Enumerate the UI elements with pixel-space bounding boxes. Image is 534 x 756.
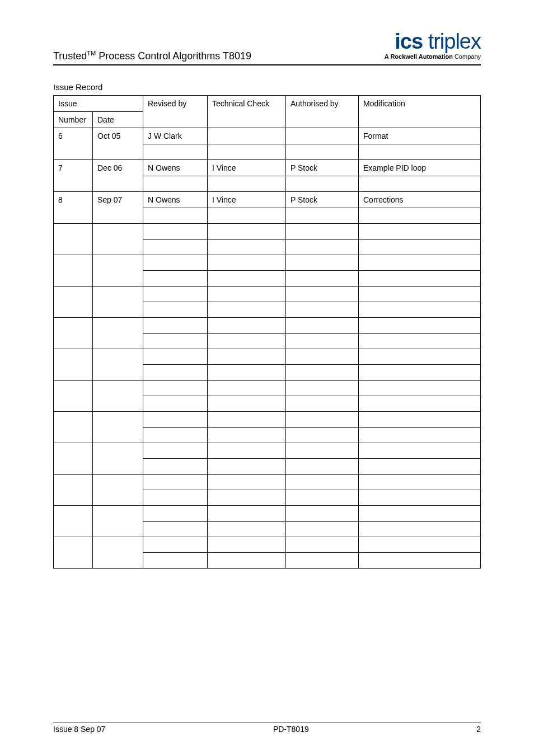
- cell-empty: [286, 428, 359, 443]
- cell-date: [93, 349, 143, 381]
- column-header-revised: Revised by: [143, 96, 208, 128]
- issue-group-header: Issue: [54, 96, 143, 112]
- column-header-tech: Technical Check: [208, 96, 286, 128]
- cell-date: [93, 224, 143, 255]
- column-header-number: Number: [54, 112, 93, 128]
- cell-revised: [143, 506, 208, 522]
- table-row: 7Dec 06N OwensI VinceP StockExample PID …: [54, 160, 481, 176]
- cell-empty: [143, 553, 208, 569]
- cell-date: [93, 506, 143, 537]
- cell-mod: [359, 475, 481, 490]
- cell-revised: [143, 287, 208, 302]
- cell-empty: [286, 240, 359, 255]
- cell-empty: [286, 334, 359, 349]
- cell-empty: [143, 522, 208, 537]
- cell-auth: [286, 506, 359, 522]
- cell-revised: [143, 224, 208, 240]
- title-prefix: Trusted: [53, 50, 87, 62]
- cell-tech: [208, 537, 286, 553]
- cell-date: [93, 443, 143, 475]
- cell-auth: [286, 255, 359, 271]
- cell-number: [54, 224, 93, 255]
- cell-empty: [359, 144, 481, 160]
- cell-tech: [208, 349, 286, 365]
- cell-number: [54, 506, 93, 537]
- cell-mod: [359, 287, 481, 302]
- cell-mod: [359, 506, 481, 522]
- cell-date: [93, 412, 143, 443]
- cell-revised: [143, 255, 208, 271]
- cell-number: [54, 412, 93, 443]
- cell-empty: [286, 144, 359, 160]
- page-footer: Issue 8 Sep 07 PD-T8019 2: [53, 722, 481, 734]
- title-superscript: TM: [87, 50, 96, 57]
- document-title: TrustedTM Process Control Algorithms T80…: [53, 50, 251, 62]
- cell-auth: [286, 412, 359, 428]
- table-row: [54, 224, 481, 240]
- cell-empty: [143, 144, 208, 160]
- table-row: 6Oct 05J W ClarkFormat: [54, 128, 481, 144]
- cell-empty: [359, 459, 481, 475]
- footer-right: 2: [476, 725, 481, 734]
- cell-empty: [143, 490, 208, 506]
- cell-empty: [143, 365, 208, 381]
- cell-mod: [359, 224, 481, 240]
- cell-empty: [143, 334, 208, 349]
- cell-empty: [286, 271, 359, 287]
- cell-empty: [208, 240, 286, 255]
- cell-empty: [359, 208, 481, 224]
- table-row: [54, 255, 481, 271]
- table-row: [54, 318, 481, 334]
- cell-empty: [208, 365, 286, 381]
- cell-auth: P Stock: [286, 192, 359, 208]
- cell-mod: [359, 381, 481, 396]
- cell-empty: [208, 144, 286, 160]
- cell-tech: [208, 255, 286, 271]
- cell-auth: [286, 443, 359, 459]
- cell-mod: Corrections: [359, 192, 481, 208]
- cell-empty: [359, 365, 481, 381]
- cell-empty: [143, 208, 208, 224]
- cell-date: [93, 475, 143, 506]
- logo-block: ics triplex A Rockwell Automation Compan…: [385, 31, 481, 60]
- cell-date: Sep 07: [93, 192, 143, 224]
- table-row: [54, 381, 481, 396]
- cell-empty: [208, 302, 286, 318]
- cell-mod: [359, 443, 481, 459]
- logo-tagline: A Rockwell Automation Company: [385, 53, 481, 60]
- cell-empty: [286, 176, 359, 192]
- cell-number: [54, 255, 93, 287]
- cell-empty: [208, 553, 286, 569]
- cell-auth: P Stock: [286, 160, 359, 176]
- cell-empty: [286, 396, 359, 412]
- cell-auth: [286, 381, 359, 396]
- page-header: TrustedTM Process Control Algorithms T80…: [53, 31, 481, 65]
- cell-empty: [143, 428, 208, 443]
- table-row: [54, 412, 481, 428]
- cell-number: 8: [54, 192, 93, 224]
- cell-empty: [208, 490, 286, 506]
- cell-date: Oct 05: [93, 128, 143, 160]
- cell-revised: [143, 475, 208, 490]
- table-row: [54, 287, 481, 302]
- cell-tech: [208, 506, 286, 522]
- cell-number: [54, 318, 93, 349]
- footer-left: Issue 8 Sep 07: [53, 725, 105, 734]
- title-suffix: Process Control Algorithms T8019: [96, 50, 251, 62]
- cell-tech: [208, 443, 286, 459]
- cell-revised: [143, 443, 208, 459]
- cell-empty: [208, 522, 286, 537]
- cell-revised: [143, 381, 208, 396]
- cell-auth: [286, 475, 359, 490]
- cell-empty: [208, 396, 286, 412]
- cell-auth: [286, 349, 359, 365]
- cell-empty: [143, 271, 208, 287]
- cell-empty: [359, 428, 481, 443]
- table-row: [54, 475, 481, 490]
- cell-mod: [359, 412, 481, 428]
- cell-tech: I Vince: [208, 160, 286, 176]
- cell-revised: [143, 537, 208, 553]
- cell-revised: [143, 318, 208, 334]
- tagline-rest: Company: [455, 53, 481, 60]
- cell-number: 7: [54, 160, 93, 192]
